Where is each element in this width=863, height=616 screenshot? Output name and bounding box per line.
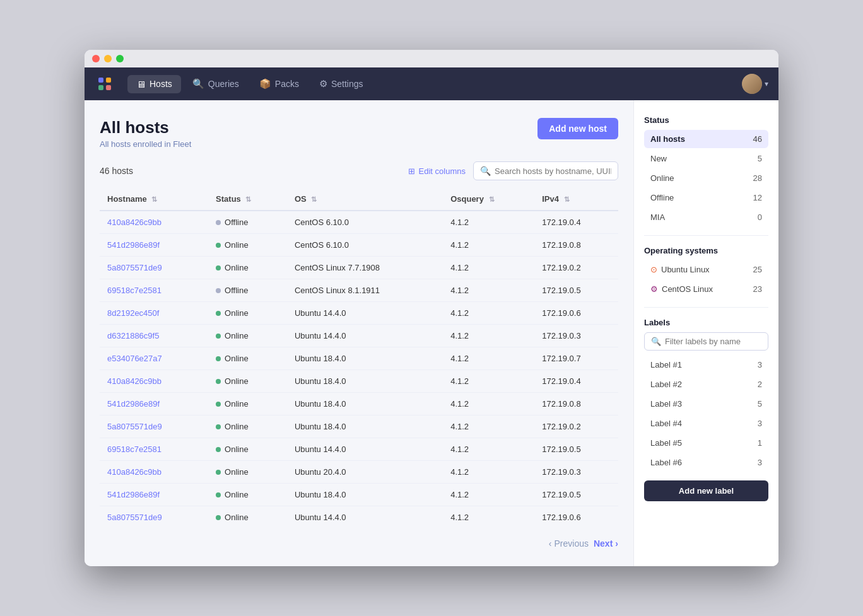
- nav-item-packs[interactable]: 📦 Packs: [250, 74, 308, 93]
- sidebar-label-centos: ⚙ CentOS Linux: [650, 284, 713, 294]
- hostname-link[interactable]: 69518c7e2581: [107, 286, 161, 295]
- sidebar-item-online[interactable]: Online 28: [644, 169, 768, 187]
- col-hostname: Hostname ⇅: [100, 188, 208, 211]
- minimize-dot[interactable]: [104, 55, 112, 62]
- hostname-link[interactable]: e534076e27a7: [107, 354, 162, 363]
- sort-hostname-icon[interactable]: ⇅: [151, 195, 157, 203]
- cell-ipv4: 172.19.0.4: [534, 370, 618, 393]
- hostname-link[interactable]: 410a8426c9bb: [107, 218, 161, 227]
- status-text: Online: [225, 513, 249, 522]
- sidebar-count-label2: 2: [758, 380, 762, 389]
- status-dot: [216, 470, 221, 475]
- cell-ipv4: 172.19.0.5: [534, 438, 618, 461]
- cell-osquery: 4.1.2: [443, 370, 534, 393]
- sidebar-item-centos[interactable]: ⚙ CentOS Linux 23: [644, 280, 768, 298]
- sidebar-item-new[interactable]: New 5: [644, 149, 768, 168]
- titlebar: [85, 50, 778, 67]
- sidebar-count-label5: 1: [758, 438, 762, 448]
- status-text: Online: [225, 308, 249, 318]
- table-row: 5a8075571de9 Online Ubuntu 18.4.0 4.1.2 …: [100, 416, 618, 438]
- sidebar-label-ubuntu: ⊙ Ubuntu Linux: [650, 265, 710, 274]
- cell-osquery: 4.1.2: [443, 257, 534, 279]
- table-row: 410a8426c9bb Online Ubuntu 20.4.0 4.1.2 …: [100, 461, 618, 484]
- status-text: Offline: [225, 218, 248, 227]
- cell-ipv4: 172.19.0.6: [534, 302, 618, 325]
- cell-os: Ubuntu 18.4.0: [287, 347, 443, 370]
- maximize-dot[interactable]: [116, 55, 124, 62]
- hostname-link[interactable]: d6321886c9f5: [107, 331, 159, 340]
- sort-ipv4-icon[interactable]: ⇅: [564, 195, 570, 203]
- label-search-box: 🔍: [644, 332, 768, 351]
- sidebar-item-label5[interactable]: Label #5 1: [644, 434, 768, 452]
- hostname-link[interactable]: 541d2986e89f: [107, 490, 160, 499]
- table-row: 5a8075571de9 Online CentOS Linux 7.7.190…: [100, 257, 618, 279]
- cell-status: Online: [208, 461, 287, 484]
- sidebar: Status All hosts 46 New 5 Online 28 Offl…: [633, 100, 778, 566]
- hostname-link[interactable]: 541d2986e89f: [107, 240, 160, 250]
- sidebar-item-all-hosts[interactable]: All hosts 46: [644, 130, 768, 148]
- sidebar-item-label2[interactable]: Label #2 2: [644, 375, 768, 393]
- nav-item-queries[interactable]: 🔍 Queries: [184, 74, 248, 93]
- nav-item-settings[interactable]: ⚙ Settings: [310, 74, 372, 93]
- add-host-button[interactable]: Add new host: [537, 118, 618, 139]
- edit-columns-button[interactable]: ⊞ Edit columns: [408, 166, 466, 176]
- status-dot: [216, 356, 221, 361]
- sidebar-item-mia[interactable]: MIA 0: [644, 208, 768, 226]
- edit-columns-label: Edit columns: [419, 166, 466, 176]
- cell-hostname: 410a8426c9bb: [100, 461, 208, 484]
- previous-button[interactable]: ‹ Previous: [549, 538, 589, 549]
- sidebar-count-new: 5: [758, 154, 762, 163]
- cell-ipv4: 172.19.0.8: [534, 393, 618, 416]
- hostname-link[interactable]: 69518c7e2581: [107, 445, 161, 454]
- status-text: Online: [225, 445, 249, 454]
- status-text: Online: [225, 399, 249, 409]
- sidebar-item-label3[interactable]: Label #3 5: [644, 395, 768, 413]
- hostname-link[interactable]: 5a8075571de9: [107, 263, 162, 272]
- sidebar-item-offline[interactable]: Offline 12: [644, 189, 768, 207]
- pagination: ‹ Previous Next ›: [100, 538, 618, 549]
- logo-dots: [98, 78, 111, 90]
- label-search-input[interactable]: [665, 337, 761, 346]
- cell-osquery: 4.1.2: [443, 461, 534, 484]
- sort-status-icon[interactable]: ⇅: [245, 195, 251, 203]
- close-dot[interactable]: [92, 55, 100, 62]
- hostname-link[interactable]: 541d2986e89f: [107, 399, 160, 409]
- user-avatar[interactable]: [742, 74, 762, 94]
- hostname-link[interactable]: 5a8075571de9: [107, 513, 162, 522]
- sidebar-item-label1[interactable]: Label #1 3: [644, 356, 768, 374]
- sort-os-icon[interactable]: ⇅: [311, 195, 317, 203]
- nav-label-settings: Settings: [331, 79, 363, 89]
- status-dot: [216, 379, 221, 384]
- hostname-link[interactable]: 410a8426c9bb: [107, 467, 161, 477]
- next-button[interactable]: Next ›: [594, 538, 618, 549]
- sidebar-label-label5: Label #5: [650, 438, 682, 448]
- logo-dot-4: [106, 85, 111, 90]
- cell-osquery: 4.1.2: [443, 302, 534, 325]
- sidebar-item-label6[interactable]: Label #6 3: [644, 453, 768, 472]
- table-row: 69518c7e2581 Online Ubuntu 14.4.0 4.1.2 …: [100, 438, 618, 461]
- search-input[interactable]: [495, 166, 611, 176]
- hostname-link[interactable]: 410a8426c9bb: [107, 376, 161, 386]
- nav-item-hosts[interactable]: 🖥 Hosts: [127, 75, 181, 93]
- status-dot: [216, 311, 221, 316]
- sidebar-label-all-hosts: All hosts: [650, 134, 685, 144]
- sidebar-item-label4[interactable]: Label #4 3: [644, 414, 768, 433]
- status-dot: [216, 492, 221, 497]
- cell-hostname: 8d2192ec450f: [100, 302, 208, 325]
- sidebar-item-ubuntu[interactable]: ⊙ Ubuntu Linux 25: [644, 260, 768, 279]
- logo-dot-1: [98, 78, 103, 83]
- page-header-text: All hosts All hosts enrolled in Fleet: [100, 118, 191, 149]
- cell-osquery: 4.1.2: [443, 506, 534, 529]
- table-row: 5a8075571de9 Online Ubuntu 14.4.0 4.1.2 …: [100, 506, 618, 529]
- add-label-button[interactable]: Add new label: [644, 480, 768, 501]
- sidebar-count-offline: 12: [753, 193, 762, 202]
- hostname-link[interactable]: 5a8075571de9: [107, 422, 162, 431]
- nav-label-hosts: Hosts: [150, 79, 172, 89]
- hostname-link[interactable]: 8d2192ec450f: [107, 308, 159, 318]
- table-row: 541d2986e89f Online Ubuntu 18.4.0 4.1.2 …: [100, 393, 618, 416]
- chevron-right-icon: ›: [615, 538, 618, 549]
- status-dot: [216, 424, 221, 429]
- divider-1: [644, 235, 768, 236]
- columns-icon: ⊞: [408, 166, 415, 176]
- sort-osquery-icon[interactable]: ⇅: [489, 195, 495, 203]
